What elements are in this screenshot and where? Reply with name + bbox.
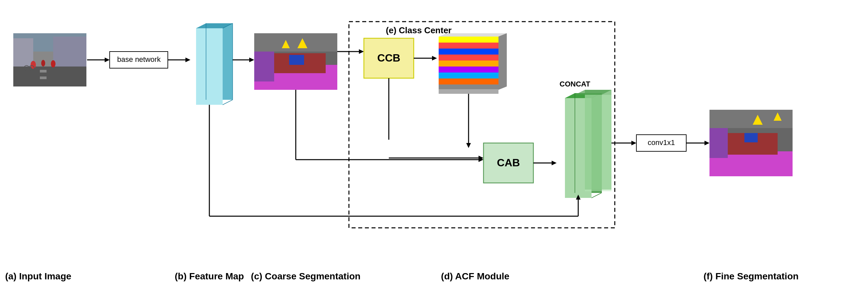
input-image-bg [13, 33, 86, 87]
svg-rect-80 [710, 151, 793, 176]
svg-marker-72 [585, 95, 612, 191]
svg-rect-27 [254, 65, 337, 90]
svg-rect-49 [439, 89, 498, 94]
svg-marker-71 [575, 90, 612, 95]
svg-rect-3 [13, 66, 86, 87]
label-b: (b) Feature Map [175, 271, 244, 281]
svg-rect-41 [439, 42, 498, 49]
svg-marker-74 [631, 141, 637, 145]
svg-marker-77 [705, 141, 710, 145]
svg-marker-31 [298, 38, 307, 48]
svg-rect-60 [484, 143, 533, 183]
svg-point-8 [51, 60, 56, 67]
class-center-label: (e) Class Center [386, 25, 452, 35]
svg-line-68 [591, 193, 601, 198]
svg-marker-59 [466, 143, 471, 148]
svg-rect-40 [439, 37, 498, 42]
conv1x1-label: conv1x1 [648, 138, 675, 147]
svg-rect-35 [349, 22, 615, 228]
svg-rect-78 [710, 110, 793, 176]
svg-rect-44 [439, 61, 498, 66]
svg-marker-24 [249, 58, 254, 62]
svg-rect-45 [439, 66, 498, 72]
cab-label: CAB [497, 157, 520, 169]
svg-marker-64 [565, 93, 601, 98]
svg-rect-1 [13, 38, 33, 71]
svg-rect-5 [40, 77, 46, 79]
svg-rect-75 [637, 135, 686, 151]
svg-rect-47 [439, 79, 498, 85]
svg-line-67 [591, 93, 601, 98]
main-diagram-svg: base network [0, 0, 868, 300]
svg-rect-48 [439, 85, 498, 89]
label-d: (d) ACF Module [441, 271, 509, 281]
svg-marker-70 [585, 90, 612, 189]
svg-marker-12 [105, 58, 110, 62]
svg-rect-42 [439, 49, 498, 55]
svg-marker-51 [498, 33, 507, 90]
svg-rect-2 [53, 37, 86, 70]
svg-rect-28 [266, 53, 326, 73]
svg-rect-13 [110, 52, 168, 68]
label-c: (c) Coarse Segmentation [251, 271, 361, 281]
svg-rect-30 [254, 52, 274, 82]
svg-point-10 [29, 65, 34, 71]
svg-marker-54 [478, 156, 484, 160]
svg-marker-38 [432, 56, 437, 61]
svg-point-6 [31, 61, 36, 69]
svg-marker-34 [359, 49, 364, 54]
svg-marker-62 [552, 161, 557, 165]
svg-rect-0 [13, 33, 86, 52]
svg-rect-29 [289, 55, 304, 65]
label-a: (a) Input Image [5, 271, 71, 281]
svg-marker-32 [282, 40, 290, 48]
svg-marker-17 [196, 23, 232, 28]
svg-line-21 [223, 100, 232, 105]
svg-marker-18 [196, 28, 223, 105]
ccb-label: CCB [377, 52, 400, 64]
svg-line-20 [223, 23, 232, 28]
svg-point-9 [24, 65, 29, 71]
base-network-label: base network [117, 55, 161, 63]
svg-marker-16 [206, 23, 232, 100]
svg-marker-84 [753, 115, 763, 125]
svg-rect-36 [364, 38, 414, 78]
svg-rect-39 [447, 33, 507, 87]
svg-marker-85 [774, 113, 782, 121]
svg-marker-15 [185, 58, 190, 62]
label-f: (f) Fine Segmentation [704, 271, 799, 281]
svg-rect-83 [710, 128, 728, 158]
svg-rect-4 [40, 70, 46, 72]
svg-marker-65 [565, 98, 591, 198]
diagram-container: base network [0, 0, 868, 300]
svg-marker-63 [575, 93, 601, 193]
svg-rect-82 [744, 133, 758, 142]
svg-rect-25 [254, 33, 337, 90]
svg-marker-89 [576, 194, 581, 200]
svg-rect-81 [718, 133, 778, 155]
svg-marker-50 [439, 33, 507, 37]
concat-label: CONCAT [560, 80, 591, 88]
svg-rect-79 [710, 110, 793, 128]
svg-rect-46 [439, 72, 498, 79]
svg-rect-43 [439, 55, 498, 61]
svg-rect-26 [254, 33, 337, 52]
svg-point-7 [41, 60, 45, 66]
svg-marker-57 [478, 157, 484, 162]
